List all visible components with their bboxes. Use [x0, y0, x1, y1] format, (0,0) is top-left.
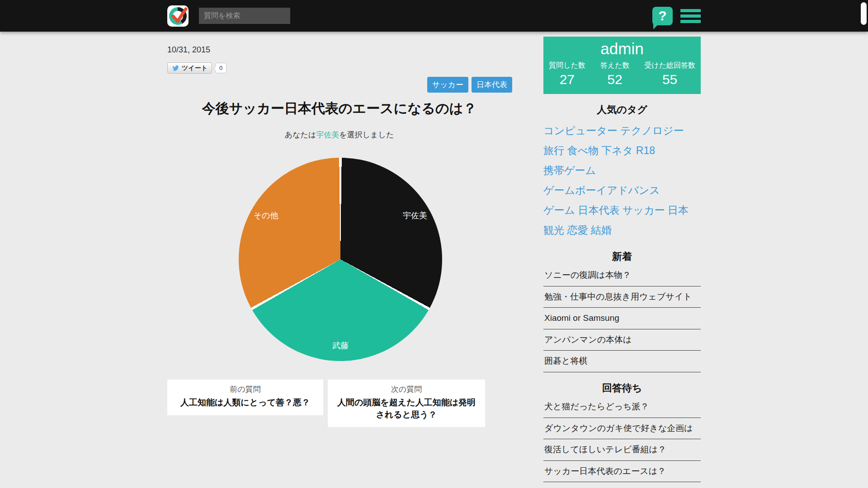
- sidebar-tag-link[interactable]: テクノロジー: [620, 125, 684, 136]
- admin-stat-label: 受けた総回答数: [644, 61, 695, 70]
- admin-stat-value: 55: [644, 72, 695, 87]
- tag-line: ゲーム 日本代表 サッカー 日本: [543, 200, 701, 220]
- sidebar-tag-link[interactable]: 携帯ゲーム: [543, 164, 596, 176]
- admin-panel: admin 質問した数27答えた数52受けた総回答数55: [543, 37, 701, 94]
- question-content: 10/31, 2015 ツイート 0 サッカー日本代表 今後サッカー日本代表のエ…: [167, 32, 486, 482]
- question-nav: 前の質問 人工知能は人類にとって善？悪？ 次の質問 人間の頭脳を超えた人工知能は…: [167, 380, 486, 427]
- tweet-button[interactable]: ツイート: [167, 62, 212, 74]
- admin-stat: 受けた総回答数55: [644, 61, 695, 87]
- admin-stat-label: 質問した数: [549, 61, 585, 70]
- tag-line: コンピューター テクノロジー: [543, 121, 701, 141]
- pie-slice-label: その他: [254, 210, 278, 221]
- question-tag-chip[interactable]: サッカー: [427, 77, 468, 93]
- question-list-item[interactable]: サッカー日本代表のエースは？: [543, 461, 701, 483]
- question-list-item[interactable]: ソニーの復調は本物？: [543, 265, 701, 286]
- sidebar-tag-link[interactable]: 恋愛: [567, 224, 588, 236]
- prev-question-box[interactable]: 前の質問 人工知能は人類にとって善？悪？: [167, 380, 323, 415]
- popular-tags-cloud: コンピューター テクノロジー旅行 食べ物 下ネタ R18携帯ゲームゲームボーイア…: [543, 121, 701, 240]
- logo-check-icon: [170, 6, 188, 26]
- question-list-item[interactable]: 囲碁と将棋: [543, 351, 701, 372]
- header-inner: ?: [167, 0, 701, 32]
- next-question-label: 次の質問: [335, 384, 478, 394]
- awaiting-answers-list: 犬と猫だったらどっち派？ダウンタウンのガキ使で好きな企画は復活してほしいテレビ番…: [543, 396, 701, 482]
- sidebar-tag-link[interactable]: サッカー: [623, 204, 665, 216]
- sidebar: admin 質問した数27答えた数52受けた総回答数55 人気のタグ コンピュー…: [543, 32, 701, 482]
- question-list-item[interactable]: ダウンタウンのガキ使で好きな企画は: [543, 418, 701, 440]
- question-date: 10/31, 2015: [167, 45, 486, 55]
- sidebar-tag-link[interactable]: 旅行: [543, 145, 564, 156]
- popular-tags-heading: 人気のタグ: [543, 103, 701, 117]
- sidebar-tag-link[interactable]: 日本代表: [578, 204, 619, 216]
- question-list-item[interactable]: 犬と猫だったらどっち派？: [543, 396, 701, 418]
- admin-username: admin: [549, 40, 695, 58]
- main-layout: 10/31, 2015 ツイート 0 サッカー日本代表 今後サッカー日本代表のエ…: [167, 32, 701, 482]
- sidebar-tag-link[interactable]: 日本: [668, 204, 689, 216]
- new-questions-list: ソニーの復調は本物？勉強・仕事中の息抜き用ウェブサイトXiaomi or Sam…: [543, 265, 701, 372]
- tag-line: 観光 恋愛 結婚: [543, 220, 701, 240]
- results-pie-chart: 宇佐美武藤その他: [239, 158, 442, 361]
- pie-circle: [239, 158, 442, 361]
- pie-slice-label: 宇佐美: [403, 210, 427, 221]
- sidebar-tag-link[interactable]: 観光: [543, 224, 564, 236]
- question-list-item[interactable]: 復活してほしいテレビ番組は？: [543, 439, 701, 461]
- admin-stat-value: 27: [549, 72, 585, 87]
- sidebar-tag-link[interactable]: ゲームボーイアドバンス: [543, 184, 660, 196]
- next-question-title: 人間の頭脳を超えた人工知能は発明されると思う？: [335, 397, 478, 421]
- tweet-count[interactable]: 0: [215, 63, 226, 73]
- question-list-item[interactable]: 勉強・仕事中の息抜き用ウェブサイト: [543, 286, 701, 308]
- sidebar-tag-link[interactable]: コンピューター: [543, 125, 618, 136]
- admin-stat-value: 52: [600, 72, 630, 87]
- tag-line: 携帯ゲーム: [543, 160, 701, 180]
- question-bubble-icon[interactable]: ?: [652, 7, 673, 25]
- tag-line: ゲームボーイアドバンス: [543, 180, 701, 200]
- tweet-button-label: ツイート: [182, 64, 208, 72]
- selection-prefix: あなたは: [285, 131, 316, 139]
- hamburger-menu-icon[interactable]: [680, 9, 701, 23]
- scrollbar-thumb[interactable]: [861, 2, 867, 25]
- site-logo[interactable]: [167, 5, 189, 27]
- question-list-item[interactable]: Xiaomi or Samsung: [543, 308, 701, 329]
- search-input[interactable]: [199, 8, 290, 24]
- twitter-bird-icon: [172, 65, 179, 71]
- awaiting-answers-heading: 回答待ち: [543, 381, 701, 395]
- selected-choice-link[interactable]: 宇佐美: [316, 131, 339, 139]
- next-question-box[interactable]: 次の質問 人間の頭脳を超えた人工知能は発明されると思う？: [328, 380, 485, 427]
- header: ?: [0, 0, 868, 32]
- admin-stats: 質問した数27答えた数52受けた総回答数55: [549, 61, 695, 87]
- selection-message: あなたは宇佐美を選択しました: [167, 130, 486, 140]
- sidebar-tag-link[interactable]: 結婚: [591, 224, 612, 236]
- admin-stat: 質問した数27: [549, 61, 585, 87]
- admin-stat-label: 答えた数: [600, 61, 630, 70]
- question-tags: サッカー日本代表: [167, 77, 512, 93]
- prev-question-title: 人工知能は人類にとって善？悪？: [174, 397, 316, 409]
- new-questions-heading: 新着: [543, 250, 701, 263]
- selection-suffix: を選択しました: [339, 131, 394, 139]
- question-list-item[interactable]: アンパンマンの本体は: [543, 329, 701, 351]
- prev-question-label: 前の質問: [174, 384, 316, 394]
- question-tag-chip[interactable]: 日本代表: [472, 77, 512, 93]
- tweet-row: ツイート 0: [167, 62, 486, 74]
- question-title: 今後サッカー日本代表のエースになるのは？: [167, 99, 486, 118]
- sidebar-tag-link[interactable]: 下ネタ: [601, 145, 633, 156]
- sidebar-tag-link[interactable]: R18: [636, 145, 655, 156]
- admin-stat: 答えた数52: [600, 61, 630, 87]
- sidebar-tag-link[interactable]: ゲーム: [543, 204, 575, 216]
- tag-line: 旅行 食べ物 下ネタ R18: [543, 141, 701, 160]
- sidebar-tag-link[interactable]: 食べ物: [567, 145, 599, 156]
- header-actions: ?: [652, 7, 701, 25]
- pie-slice-label: 武藤: [332, 340, 349, 351]
